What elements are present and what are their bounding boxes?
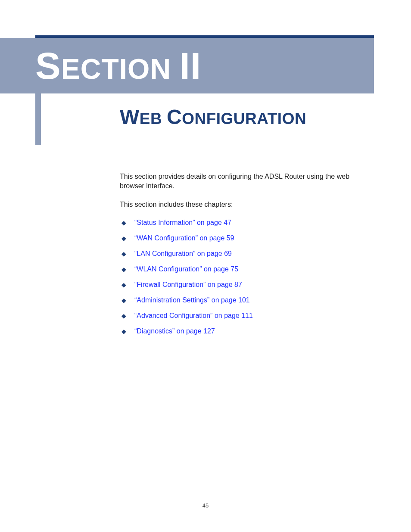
banner-word1-rest: ECTION	[61, 53, 171, 85]
chapter-link[interactable]: “Status Information” on page 47	[134, 219, 231, 226]
list-item: “Administration Settings” on page 101	[120, 296, 374, 304]
banner-space	[171, 53, 179, 85]
chapter-link[interactable]: “Diagnostics” on page 127	[134, 327, 215, 335]
intro-paragraph-1: This section provides details on configu…	[120, 172, 374, 190]
list-item: “WLAN Configuration” on page 75	[120, 265, 374, 273]
page-title: WEB CONFIGURATION	[120, 105, 374, 129]
list-item: “Firewall Configuration” on page 87	[120, 281, 374, 289]
section-banner: SECTION II	[0, 38, 374, 93]
title-w2-rest: ONFIGURATION	[182, 110, 306, 128]
sidebar-accent-bar	[35, 93, 41, 145]
chapter-link[interactable]: “WLAN Configuration” on page 75	[134, 265, 238, 273]
chapter-link[interactable]: “Firewall Configuration” on page 87	[134, 281, 242, 288]
list-item: “Status Information” on page 47	[120, 219, 374, 227]
chapter-link[interactable]: “LAN Configuration” on page 69	[134, 250, 232, 257]
content-area: WEB CONFIGURATION This section provides …	[120, 105, 374, 343]
title-space	[162, 110, 167, 128]
list-item: “WAN Configuration” on page 59	[120, 234, 374, 242]
page-footer: – 45 –	[0, 502, 411, 509]
list-item: “Diagnostics” on page 127	[120, 327, 374, 335]
banner-word1-first: S	[35, 44, 61, 87]
banner-word2: II	[179, 44, 201, 87]
section-banner-text: SECTION II	[35, 47, 201, 85]
list-item: “Advanced Configuration” on page 111	[120, 312, 374, 320]
chapter-link[interactable]: “Advanced Configuration” on page 111	[134, 312, 253, 319]
chapter-list: “Status Information” on page 47 “WAN Con…	[120, 219, 374, 335]
list-item: “LAN Configuration” on page 69	[120, 250, 374, 258]
title-w1-rest: EB	[140, 110, 162, 128]
title-w1-first: W	[120, 106, 140, 128]
intro-paragraph-2: This section includes these chapters:	[120, 200, 374, 209]
chapter-link[interactable]: “WAN Configuration” on page 59	[134, 234, 234, 242]
chapter-link[interactable]: “Administration Settings” on page 101	[134, 296, 250, 304]
title-w2-first: C	[167, 106, 182, 128]
